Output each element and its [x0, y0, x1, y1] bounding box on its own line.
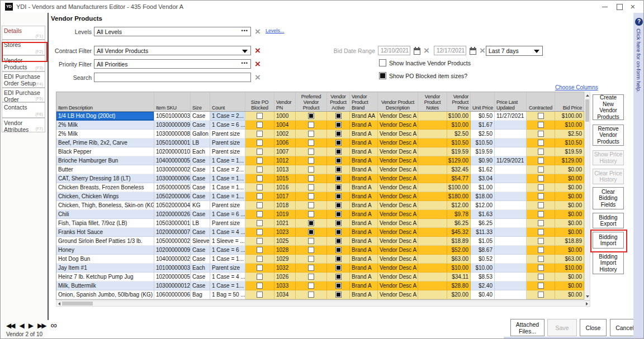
- checkbox-act[interactable]: [335, 274, 342, 280]
- cell-sku[interactable]: 10500000005: [154, 183, 191, 192]
- cell-brand[interactable]: Brand A: [350, 228, 378, 237]
- cell-price[interactable]: $19.59: [447, 147, 471, 156]
- checkbox-spb[interactable]: [257, 149, 263, 155]
- checkbox-pref[interactable]: [308, 229, 314, 235]
- cell-size[interactable]: Case: [191, 165, 210, 174]
- cell-brand[interactable]: Brand A: [350, 121, 378, 130]
- checkbox-act[interactable]: [335, 247, 342, 253]
- cell-upd[interactable]: [495, 228, 527, 237]
- close-button[interactable]: Close: [580, 319, 607, 336]
- checkbox-act[interactable]: [335, 220, 342, 226]
- cell-size[interactable]: Case: [191, 255, 210, 264]
- cell-price[interactable]: $2.50: [447, 130, 471, 139]
- cell-act[interactable]: [327, 201, 350, 210]
- table-row[interactable]: Ground Sirloin Beef Patties 1/3 lb.10500…: [56, 237, 584, 246]
- cell-ctr[interactable]: [527, 264, 555, 273]
- checkbox-ctr[interactable]: [538, 202, 544, 208]
- cell-count[interactable]: Parent size: [210, 219, 245, 228]
- cell-spb[interactable]: [245, 290, 274, 299]
- table-row[interactable]: 1/4 LB Hot Dog (200ct)10501000003Case1 C…: [56, 112, 584, 121]
- cell-spb[interactable]: [245, 147, 274, 156]
- checkbox-spb[interactable]: [257, 256, 263, 262]
- cell-ctr[interactable]: [527, 156, 555, 165]
- cell-size[interactable]: Case: [191, 228, 210, 237]
- cell-act[interactable]: [327, 121, 350, 130]
- cell-upd[interactable]: [495, 183, 527, 192]
- checkbox-pref[interactable]: [308, 220, 314, 226]
- cell-size[interactable]: Case: [191, 121, 210, 130]
- cell-price[interactable]: $32.45: [447, 165, 471, 174]
- cell-size[interactable]: Case: [191, 273, 210, 281]
- cell-pref[interactable]: [296, 139, 327, 147]
- cell-bid[interactable]: $0.00: [555, 210, 584, 219]
- cell-size[interactable]: Case: [191, 112, 210, 121]
- cell-sku[interactable]: 10200000005: [154, 273, 191, 281]
- cell-spb[interactable]: [245, 192, 274, 201]
- cell-pn[interactable]: 1007: [274, 147, 296, 156]
- cell-upd[interactable]: [495, 130, 527, 139]
- cell-sku[interactable]: 10300000002: [154, 165, 191, 174]
- cell-count[interactable]: 1 Case = 1...: [210, 156, 245, 165]
- cell-ctr[interactable]: [527, 219, 555, 228]
- checkbox-pref[interactable]: [308, 157, 314, 164]
- cell-bid[interactable]: $18.89: [555, 237, 584, 246]
- cell-vdesc[interactable]: Vendor Desc A: [378, 130, 418, 139]
- cell-notes[interactable]: [418, 112, 447, 121]
- checkbox-pref[interactable]: [308, 274, 314, 280]
- cell-ctr[interactable]: [527, 147, 555, 156]
- cell-price[interactable]: $45.32: [447, 228, 471, 237]
- cell-spb[interactable]: [245, 165, 274, 174]
- cell-desc[interactable]: Franks Hot Sauce: [56, 228, 154, 237]
- checkbox-ctr[interactable]: [538, 184, 544, 190]
- horizontal-scrollbar-thumb[interactable]: [62, 302, 93, 305]
- checkbox-act[interactable]: [335, 265, 342, 271]
- cell-unit[interactable]: $2.50: [471, 130, 495, 139]
- cell-unit[interactable]: $1.62: [471, 165, 495, 174]
- chevron-down-icon[interactable]: [534, 50, 539, 53]
- checkbox-act[interactable]: [335, 131, 342, 137]
- cell-desc[interactable]: Hot Dog Bun: [56, 255, 154, 264]
- cell-act[interactable]: [327, 156, 350, 165]
- cell-size[interactable]: LB: [191, 219, 210, 228]
- cell-brand[interactable]: Brand A: [350, 290, 378, 299]
- help-link[interactable]: Click here for on-form help.: [636, 28, 642, 93]
- cell-vdesc[interactable]: Vendor Desc A: [378, 192, 418, 201]
- bidding-import-history-button[interactable]: Bidding Import History: [593, 252, 624, 274]
- cell-unit[interactable]: $0.50: [471, 112, 495, 121]
- checkbox-spb[interactable]: [257, 131, 263, 137]
- cell-notes[interactable]: [418, 228, 447, 237]
- cell-pref[interactable]: [296, 183, 327, 192]
- cell-unit[interactable]: $19.59: [471, 147, 495, 156]
- clear-contract-filter-icon[interactable]: [253, 46, 262, 55]
- cell-unit[interactable]: $6.25: [471, 219, 495, 228]
- table-row[interactable]: 2% Milk10300000008GallonParent size1002B…: [56, 130, 584, 139]
- checkbox-pref[interactable]: [308, 211, 314, 217]
- cell-spb[interactable]: [245, 130, 274, 139]
- cell-pn[interactable]: 1033: [274, 281, 296, 290]
- cell-desc[interactable]: Onion, Spanish Jumbo, 50lb/bag (KG): [56, 290, 154, 299]
- cell-sku[interactable]: 10400000002: [154, 255, 191, 264]
- cell-pn[interactable]: 1018: [274, 201, 296, 210]
- cell-pref[interactable]: [296, 237, 327, 246]
- clear-date-from-icon[interactable]: [422, 46, 431, 55]
- cell-ctr[interactable]: [527, 121, 555, 130]
- cell-brand[interactable]: Brand A: [350, 165, 378, 174]
- cell-bid[interactable]: $0.00: [555, 174, 584, 183]
- cell-vdesc[interactable]: Vendor Desc A: [378, 156, 418, 165]
- cell-desc[interactable]: Heinz 7 lb. Ketchup Pump Jug: [56, 273, 154, 281]
- cell-upd[interactable]: [495, 237, 527, 246]
- cell-act[interactable]: [327, 210, 350, 219]
- cell-vdesc[interactable]: Vendor Desc A: [378, 273, 418, 281]
- bidding-export-button[interactable]: Bidding Export: [593, 213, 624, 228]
- cell-bid[interactable]: $0.00: [555, 165, 584, 174]
- checkbox-act[interactable]: [335, 292, 342, 298]
- cell-brand[interactable]: Brand A: [350, 201, 378, 210]
- cell-ctr[interactable]: [527, 237, 555, 246]
- cell-act[interactable]: [327, 139, 350, 147]
- cell-sku[interactable]: 10503000001: [154, 219, 191, 228]
- cell-pref[interactable]: [296, 255, 327, 264]
- table-row[interactable]: Chicken, Chicken Wings10502000006Case1 C…: [56, 192, 584, 201]
- cell-price[interactable]: $63.00: [447, 255, 471, 264]
- cell-vdesc[interactable]: Vendor Desc A: [378, 174, 418, 183]
- table-row[interactable]: Fish, Tiapia fillet, 7/9oz (LB)105030000…: [56, 219, 584, 228]
